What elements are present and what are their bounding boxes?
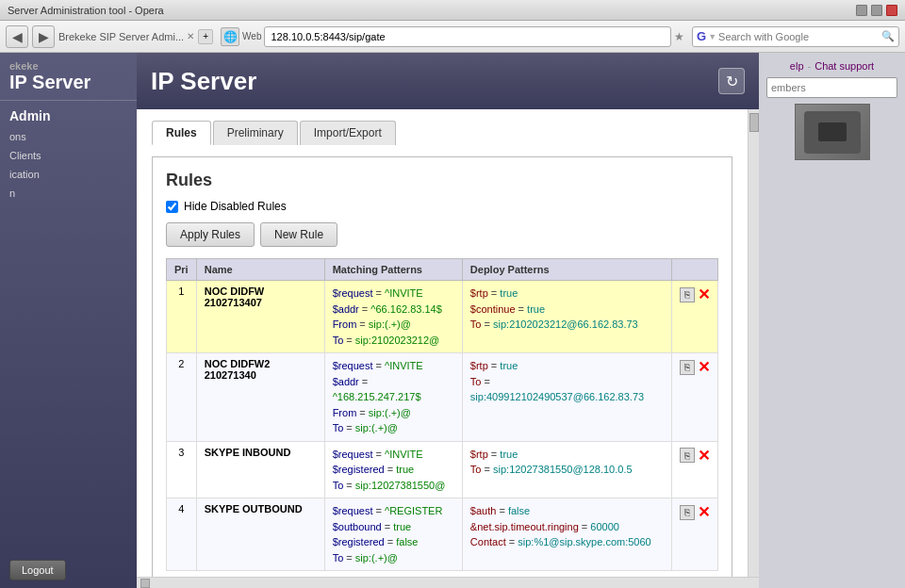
pattern-equals: = <box>382 521 394 532</box>
button-bar: Apply Rules New Rule <box>166 222 718 247</box>
close-tab-icon[interactable]: ✕ <box>187 31 194 41</box>
apply-rules-button[interactable]: Apply Rules <box>166 222 255 247</box>
deploy-val: sip:12027381550@128.10.0.5 <box>493 464 633 475</box>
deploy-val: sip:%1@sip.skype.com:5060 <box>518 536 650 547</box>
forward-button[interactable]: ▶ <box>32 25 55 48</box>
app-logo: ekeke IP Server <box>0 53 137 100</box>
pattern-key: $request <box>333 360 373 371</box>
bookmark-star[interactable]: ★ <box>674 30 684 43</box>
deploy-key: To <box>470 464 482 475</box>
hide-disabled-checkbox[interactable] <box>166 201 178 213</box>
pattern-equals: = <box>343 480 355 491</box>
pattern-line: $addr = ^168.215.247.217$ <box>333 374 454 405</box>
row-action-buttons: ⎘ ✕ <box>680 447 710 465</box>
cell-deploy: $rtp = trueTo = sip:409912102490537@66.1… <box>462 353 671 442</box>
cell-name: SKYPE INBOUND <box>196 441 324 498</box>
vertical-scrollbar[interactable] <box>748 109 759 577</box>
deploy-line: $rtp = true <box>470 286 664 302</box>
tab-import-export[interactable]: Import/Export <box>300 121 396 145</box>
pattern-line: $outbound = true <box>333 519 454 535</box>
address-bar[interactable] <box>264 26 671 47</box>
deploy-equals: = <box>516 303 528 315</box>
cell-name: SKYPE OUTBOUND <box>196 498 324 571</box>
pattern-equals: = <box>372 505 385 516</box>
cell-pri: 4 <box>167 498 197 571</box>
browser-toolbar: ◀ ▶ Brekeke SIP Server Admi... ✕ + 🌐 Web… <box>0 21 905 53</box>
pattern-line: $addr = ^66.162.83.14$ <box>333 302 454 318</box>
deploy-val: true <box>500 449 518 460</box>
deploy-equals: = <box>488 287 501 299</box>
cell-actions: ⎘ ✕ <box>671 353 717 442</box>
cell-matching: $request = ^INVITE$addr = ^168.215.247.2… <box>324 353 462 442</box>
delete-rule-button[interactable]: ✕ <box>698 286 710 303</box>
right-panel: elp - Chat support <box>759 53 905 588</box>
copy-rule-button[interactable]: ⎘ <box>680 448 695 463</box>
copy-rule-button[interactable]: ⎘ <box>680 360 695 375</box>
col-header-matching: Matching Patterns <box>324 259 462 281</box>
rule-name-text: NOC DIDFW 2102713407 <box>205 286 265 308</box>
col-header-actions <box>671 259 717 281</box>
cell-actions: ⎘ ✕ <box>671 281 717 353</box>
brand-prefix: ekeke <box>9 60 127 72</box>
sidebar-item-ons[interactable]: ons <box>0 127 137 146</box>
maximize-btn[interactable] <box>871 5 882 16</box>
cell-actions: ⎘ ✕ <box>671 498 717 571</box>
sidebar-item-ication[interactable]: ication <box>0 165 137 184</box>
pattern-equals: = <box>356 407 369 418</box>
members-input[interactable] <box>766 77 897 98</box>
pattern-key: To <box>333 480 344 491</box>
deploy-val: sip:409912102490537@66.162.83.73 <box>470 391 644 402</box>
deploy-line: Contact = sip:%1@sip.skype.com:5060 <box>470 534 664 550</box>
scroll-thumb-h[interactable] <box>140 579 150 588</box>
delete-rule-button[interactable]: ✕ <box>698 447 710 465</box>
pattern-key: $request <box>333 505 373 516</box>
copy-rule-button[interactable]: ⎘ <box>680 287 695 302</box>
cell-name: NOC DIDFW 2102713407 <box>196 281 324 353</box>
deploy-key: Contact <box>470 536 506 547</box>
pattern-val: sip:2102023212@ <box>355 335 439 346</box>
back-button[interactable]: ◀ <box>6 25 28 48</box>
tab-rules[interactable]: Rules <box>152 121 211 145</box>
chat-support-link[interactable]: Chat support <box>814 60 874 72</box>
new-rule-button[interactable]: New Rule <box>260 222 337 247</box>
new-tab-button[interactable]: + <box>198 29 213 44</box>
pattern-line: From = sip:(.+)@ <box>333 405 454 421</box>
deploy-key: $rtp <box>470 287 488 299</box>
cell-matching: $request = ^INVITE$registered = trueTo =… <box>324 441 462 498</box>
search-dropdown-icon[interactable]: ▼ <box>708 32 716 41</box>
deploy-key: $rtp <box>470 360 488 371</box>
delete-rule-button[interactable]: ✕ <box>698 358 710 376</box>
table-row: 3SKYPE INBOUND$request = ^INVITE$registe… <box>167 441 718 498</box>
logout-button[interactable]: Logout <box>9 560 66 580</box>
search-input-text[interactable]: Search with Google <box>718 31 880 42</box>
tab-preliminary[interactable]: Preliminary <box>213 121 298 145</box>
web-icon: 🌐 <box>221 27 239 46</box>
sidebar-item-n[interactable]: n <box>0 184 137 203</box>
search-magnify-icon[interactable]: 🔍 <box>881 30 895 42</box>
cell-name: NOC DIDFW2 210271340 <box>196 353 324 442</box>
copy-rule-button[interactable]: ⎘ <box>680 505 695 520</box>
col-header-deploy: Deploy Patterns <box>462 259 671 281</box>
help-link[interactable]: elp <box>790 60 804 72</box>
minimize-btn[interactable] <box>856 5 867 16</box>
sidebar-item-clients[interactable]: Clients <box>0 146 137 165</box>
deploy-line: $continue = true <box>470 302 664 318</box>
refresh-button[interactable]: ↻ <box>718 68 745 94</box>
pattern-equals: = <box>385 464 397 475</box>
pattern-key: From <box>333 407 357 418</box>
table-row: 4SKYPE OUTBOUND$request = ^REGISTER$outb… <box>167 498 718 571</box>
delete-rule-button[interactable]: ✕ <box>698 503 710 521</box>
app-name: IP Server <box>9 72 127 92</box>
close-btn[interactable] <box>886 5 897 16</box>
horizontal-scrollbar[interactable] <box>137 577 759 588</box>
deploy-equals: = <box>496 505 508 516</box>
pattern-key: $request <box>333 287 373 299</box>
deploy-line: $rtp = true <box>470 358 664 374</box>
cell-matching: $request = ^REGISTER$outbound = true$reg… <box>324 498 462 571</box>
web-label: Web <box>242 31 261 41</box>
pattern-line: From = sip:(.+)@ <box>333 317 454 333</box>
scroll-thumb[interactable] <box>749 113 759 132</box>
sidebar-admin-title: Admin <box>0 100 137 127</box>
deploy-key: $auth <box>470 505 497 516</box>
sidebar: ekeke IP Server Admin ons Clients icatio… <box>0 53 137 588</box>
